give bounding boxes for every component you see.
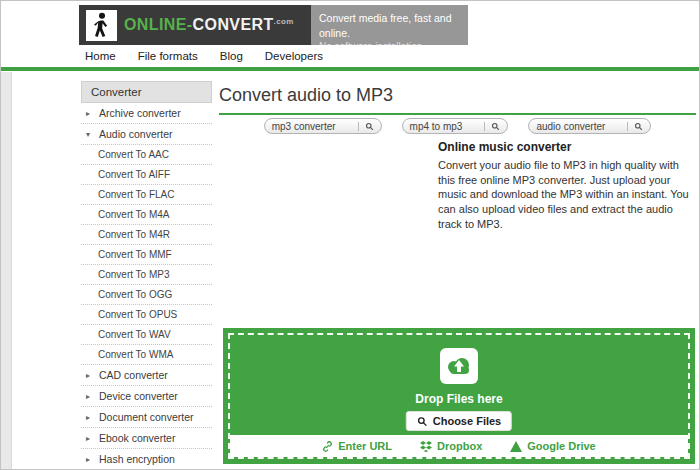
tag-mp4-to-mp3[interactable]: mp4 to mp3 bbox=[402, 118, 509, 134]
sidebar-item-convert-to-wav[interactable]: Convert To WAV bbox=[81, 325, 212, 345]
tagline-line1: Convert media free, fast and online. bbox=[319, 11, 460, 40]
search-icon bbox=[358, 122, 374, 131]
section-heading: Online music converter bbox=[438, 140, 571, 154]
sidebar-item-document-converter[interactable]: ▸ Document converter bbox=[81, 407, 212, 428]
header-tagline: Convert media free, fast and online. No … bbox=[311, 5, 468, 45]
section-description: Convert your audio file to MP3 in high q… bbox=[438, 158, 696, 231]
logo-convert: CONVERT bbox=[193, 16, 274, 33]
title-divider bbox=[219, 113, 696, 115]
tag-label: mp4 to mp3 bbox=[410, 121, 485, 132]
nav-item-blog[interactable]: Blog bbox=[220, 50, 243, 62]
chevron-right-icon: ▸ bbox=[86, 109, 94, 118]
dropbox-icon bbox=[420, 441, 432, 452]
chevron-right-icon: ▸ bbox=[86, 455, 94, 464]
search-icon bbox=[484, 122, 500, 131]
sidebar-item-label: CAD converter bbox=[99, 369, 168, 381]
left-gutter bbox=[1, 72, 12, 469]
sidebar-item-label: Ebook converter bbox=[99, 432, 175, 444]
sidebar: Converter ▸ Archive converter ▾ Audio co… bbox=[81, 81, 212, 470]
chevron-down-icon: ▾ bbox=[86, 130, 94, 139]
sidebar-item-ebook-converter[interactable]: ▸ Ebook converter bbox=[81, 428, 212, 449]
chevron-right-icon: ▸ bbox=[86, 434, 94, 443]
sidebar-item-convert-to-mp3[interactable]: Convert To MP3 bbox=[81, 265, 212, 285]
tag-mp3-converter[interactable]: mp3 converter bbox=[264, 118, 382, 134]
header: ONLINE-CONVERT.com Convert media free, f… bbox=[79, 5, 468, 45]
enter-url-label: Enter URL bbox=[338, 440, 392, 452]
google-drive-icon bbox=[510, 441, 522, 452]
page-title: Convert audio to MP3 bbox=[219, 85, 393, 106]
sidebar-item-label: Device converter bbox=[99, 390, 178, 402]
link-icon bbox=[322, 441, 333, 452]
sidebar-item-label: Hash encryption bbox=[99, 453, 175, 465]
logo-text: ONLINE-CONVERT.com bbox=[124, 16, 294, 34]
google-drive-label: Google Drive bbox=[527, 440, 595, 452]
logo-link[interactable]: ONLINE-CONVERT.com bbox=[79, 5, 311, 45]
file-dropzone[interactable]: Drop Files here Choose Files Enter URL D… bbox=[223, 328, 695, 464]
logo-online: ONLINE- bbox=[124, 16, 193, 33]
sidebar-item-cad-converter[interactable]: ▸ CAD converter bbox=[81, 365, 212, 386]
nav-item-home[interactable]: Home bbox=[85, 50, 116, 62]
page: ONLINE-CONVERT.com Convert media free, f… bbox=[0, 0, 700, 470]
sidebar-item-convert-to-m4r[interactable]: Convert To M4R bbox=[81, 225, 212, 245]
sidebar-item-audio-converter[interactable]: ▾ Audio converter bbox=[81, 124, 212, 145]
enter-url-link[interactable]: Enter URL bbox=[322, 440, 392, 452]
nav-item-developers[interactable]: Developers bbox=[265, 50, 323, 62]
tag-audio-converter[interactable]: audio converter bbox=[528, 118, 651, 134]
dropbox-label: Dropbox bbox=[437, 440, 482, 452]
sidebar-item-convert-to-opus[interactable]: Convert To OPUS bbox=[81, 305, 212, 325]
upload-cloud-icon bbox=[440, 348, 478, 384]
related-search-tags: mp3 converter mp4 to mp3 audio converter bbox=[219, 118, 696, 134]
upload-sources: Enter URL Dropbox Google Drive bbox=[230, 435, 688, 457]
tag-label: mp3 converter bbox=[272, 121, 358, 132]
chevron-right-icon: ▸ bbox=[86, 413, 94, 422]
sidebar-item-archive-converter[interactable]: ▸ Archive converter bbox=[81, 103, 212, 124]
sidebar-item-convert-to-wma[interactable]: Convert To WMA bbox=[81, 345, 212, 365]
search-icon bbox=[417, 416, 428, 427]
choose-files-label: Choose Files bbox=[433, 415, 501, 427]
sidebar-item-label: Archive converter bbox=[99, 107, 181, 119]
sidebar-item-convert-to-flac[interactable]: Convert To FLAC bbox=[81, 185, 212, 205]
dropbox-link[interactable]: Dropbox bbox=[420, 440, 482, 452]
nav-item-file-formats[interactable]: File formats bbox=[138, 50, 198, 62]
google-drive-link[interactable]: Google Drive bbox=[510, 440, 595, 452]
sidebar-item-convert-to-m4a[interactable]: Convert To M4A bbox=[81, 205, 212, 225]
chevron-right-icon: ▸ bbox=[86, 371, 94, 380]
sidebar-item-convert-to-ogg[interactable]: Convert To OGG bbox=[81, 285, 212, 305]
choose-files-button[interactable]: Choose Files bbox=[406, 411, 512, 431]
logo-com: .com bbox=[274, 17, 294, 26]
sidebar-item-label: Document converter bbox=[99, 411, 194, 423]
person-logo-icon bbox=[86, 10, 117, 41]
drop-files-label: Drop Files here bbox=[223, 392, 695, 406]
sidebar-item-convert-to-aiff[interactable]: Convert To AIFF bbox=[81, 165, 212, 185]
sidebar-item-convert-to-aac[interactable]: Convert To AAC bbox=[81, 145, 212, 165]
chevron-right-icon: ▸ bbox=[86, 392, 94, 401]
sidebar-item-hash-encryption[interactable]: ▸ Hash encryption bbox=[81, 449, 212, 470]
sidebar-item-device-converter[interactable]: ▸ Device converter bbox=[81, 386, 212, 407]
search-icon bbox=[627, 122, 643, 131]
sidebar-item-label: Audio converter bbox=[99, 128, 173, 140]
sidebar-header: Converter bbox=[81, 81, 212, 103]
tag-label: audio converter bbox=[536, 121, 627, 132]
sidebar-item-convert-to-mmf[interactable]: Convert To MMF bbox=[81, 245, 212, 265]
main-nav: Home File formats Blog Developers bbox=[1, 45, 699, 71]
